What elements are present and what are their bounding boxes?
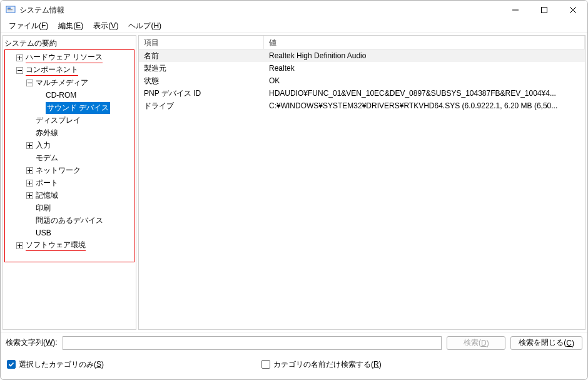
tree-hardware[interactable]: ハードウェア リソース <box>5 51 134 64</box>
tree-label: ディスプレイ <box>36 115 81 126</box>
search-label: 検索文字列(W): <box>6 337 58 348</box>
svg-rect-1 <box>8 8 11 9</box>
tree-multimedia[interactable]: マルチメディア <box>5 76 134 89</box>
tree-label: 記憶域 <box>36 190 58 201</box>
expand-icon[interactable] <box>26 192 33 199</box>
tree-label: 印刷 <box>36 203 51 213</box>
details-header: 項目 値 <box>139 36 585 49</box>
search-input[interactable] <box>63 336 442 350</box>
app-icon <box>6 5 16 15</box>
collapse-icon[interactable] <box>16 67 23 74</box>
expand-icon[interactable] <box>26 167 33 174</box>
tree-pane[interactable]: システムの要約 ハードウェア リソース コンポーネント マルチメディア CD-R… <box>3 35 136 330</box>
tree-storage[interactable]: 記憶域 <box>5 189 134 202</box>
tree-problem[interactable]: 問題のあるデバイス <box>5 214 134 227</box>
expand-icon[interactable] <box>16 242 23 249</box>
tree-input[interactable]: 入力 <box>5 139 134 151</box>
tree-display[interactable]: ディスプレイ <box>5 114 134 126</box>
tree-sound[interactable]: サウンド デバイス <box>5 101 134 114</box>
tree-root[interactable]: システムの要約 <box>3 37 136 49</box>
expand-icon[interactable] <box>26 142 33 149</box>
menu-edit[interactable]: 編集(E) <box>54 19 88 33</box>
tree-modem[interactable]: モデム <box>5 151 134 164</box>
tree-components[interactable]: コンポーネント <box>5 64 134 76</box>
tree-label: システムの要約 <box>4 38 57 49</box>
cell-item: PNP デバイス ID <box>139 88 264 99</box>
tree-software[interactable]: ソフトウェア環境 <box>5 239 134 252</box>
detail-row[interactable]: 名前 Realtek High Definition Audio <box>139 49 585 62</box>
tree-label-selected: サウンド デバイス <box>46 102 110 114</box>
checkbox-checked-icon[interactable] <box>7 360 16 369</box>
titlebar: システム情報 <box>1 1 587 19</box>
cell-item: ドライブ <box>139 101 264 111</box>
menu-view[interactable]: 表示(V) <box>89 19 123 33</box>
svg-rect-2 <box>8 9 13 10</box>
options-bar: 選択したカテゴリのみ(S) カテゴリの名前だけ検索する(R) <box>1 353 587 376</box>
tree-port[interactable]: ポート <box>5 177 134 189</box>
search-bar: 検索文字列(W): 検索(D) 検索を閉じる(C) <box>1 332 587 353</box>
collapse-icon[interactable] <box>26 80 33 86</box>
tree-label: コンポーネント <box>26 64 78 76</box>
tree-usb[interactable]: USB <box>5 227 134 239</box>
svg-rect-3 <box>8 11 13 11</box>
menubar: ファイル(F) 編集(E) 表示(V) ヘルプ(H) <box>1 19 587 33</box>
cell-value: C:¥WINDOWS¥SYSTEM32¥DRIVERS¥RTKVHD64.SYS… <box>264 101 585 110</box>
tree-label: ハードウェア リソース <box>26 52 103 63</box>
tree-label: CD-ROM <box>46 91 76 100</box>
tree-label: USB <box>36 229 51 237</box>
detail-row[interactable]: PNP デバイス ID HDAUDIO¥FUNC_01&VEN_10EC&DEV… <box>139 87 585 100</box>
tree-label: ポート <box>36 178 58 188</box>
column-value[interactable]: 値 <box>264 36 585 49</box>
detail-row[interactable]: 状態 OK <box>139 74 585 87</box>
cell-value: Realtek <box>264 64 585 73</box>
menu-file[interactable]: ファイル(F) <box>4 19 53 33</box>
tree-label: マルチメディア <box>36 78 88 88</box>
cell-value: HDAUDIO¥FUNC_01&VEN_10EC&DEV_0897&SUBSYS… <box>264 89 585 98</box>
highlight-box: ハードウェア リソース コンポーネント マルチメディア CD-ROM サウンド … <box>4 49 134 262</box>
cell-value: Realtek High Definition Audio <box>264 51 585 60</box>
option-label: カテゴリの名前だけ検索する(R) <box>273 359 382 370</box>
detail-row[interactable]: ドライブ C:¥WINDOWS¥SYSTEM32¥DRIVERS¥RTKVHD6… <box>139 100 585 112</box>
find-button[interactable]: 検索(D) <box>447 336 505 350</box>
cell-value: OK <box>264 76 585 85</box>
details-pane: 項目 値 名前 Realtek High Definition Audio 製造… <box>138 35 585 330</box>
option-category-name-only[interactable]: カテゴリの名前だけ検索する(R) <box>261 359 382 370</box>
tree-network[interactable]: ネットワーク <box>5 164 134 177</box>
close-button[interactable] <box>559 1 587 19</box>
column-item[interactable]: 項目 <box>139 36 264 49</box>
detail-row[interactable]: 製造元 Realtek <box>139 62 585 74</box>
cell-item: 状態 <box>139 76 264 86</box>
tree-print[interactable]: 印刷 <box>5 202 134 214</box>
tree-cdrom[interactable]: CD-ROM <box>5 89 134 101</box>
cell-item: 名前 <box>139 51 264 61</box>
tree-label: 入力 <box>36 140 51 151</box>
expand-icon[interactable] <box>16 54 23 61</box>
tree-label: ソフトウェア環境 <box>26 240 86 251</box>
svg-rect-5 <box>542 8 547 13</box>
window-title: システム情報 <box>19 5 64 16</box>
option-label: 選択したカテゴリのみ(S) <box>19 359 104 370</box>
tree-label: 赤外線 <box>36 128 58 138</box>
checkbox-icon[interactable] <box>261 360 270 369</box>
menu-help[interactable]: ヘルプ(H) <box>124 19 166 33</box>
option-selected-category[interactable]: 選択したカテゴリのみ(S) <box>7 359 104 370</box>
tree-label: 問題のあるデバイス <box>36 215 103 226</box>
cell-item: 製造元 <box>139 63 264 74</box>
close-search-button[interactable]: 検索を閉じる(C) <box>510 336 582 350</box>
tree-label: ネットワーク <box>36 165 81 176</box>
tree-infrared[interactable]: 赤外線 <box>5 126 134 139</box>
content-area: システムの要約 ハードウェア リソース コンポーネント マルチメディア CD-R… <box>1 33 587 332</box>
tree-label: モデム <box>36 153 58 163</box>
expand-icon[interactable] <box>26 180 33 187</box>
maximize-button[interactable] <box>530 1 559 19</box>
minimize-button[interactable] <box>501 1 530 19</box>
